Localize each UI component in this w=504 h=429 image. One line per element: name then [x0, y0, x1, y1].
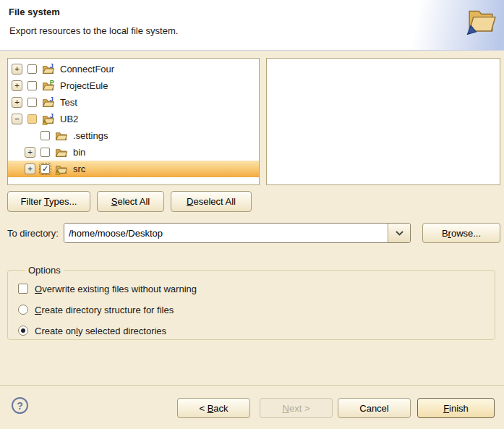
directory-structure-radio[interactable] [18, 305, 28, 315]
wizard-header: File system Export resources to the loca… [0, 0, 504, 51]
browse-button[interactable]: Browse... [422, 223, 500, 243]
tree-item-projecteule[interactable]: + ProjectEule [8, 77, 259, 94]
deselect-all-button[interactable]: Deselect All [171, 191, 252, 212]
tree-item-label: .settings [72, 130, 108, 141]
page-title: File system [9, 7, 60, 17]
destination-input[interactable] [64, 224, 388, 242]
folder-warning-icon [55, 163, 67, 175]
destination-combo [64, 223, 411, 243]
overwrite-checkbox[interactable] [18, 284, 28, 294]
chevron-down-icon[interactable] [388, 224, 410, 242]
help-icon[interactable]: ? [12, 397, 28, 414]
java-project-folder-warning-icon [42, 113, 54, 125]
expand-icon[interactable]: + [12, 64, 22, 75]
selected-directories-radio[interactable] [18, 326, 28, 336]
folder-icon [55, 146, 67, 158]
tree-item-label: Test [59, 97, 77, 108]
expand-icon[interactable]: + [12, 80, 22, 91]
next-button[interactable]: Next > [260, 398, 333, 418]
expand-icon[interactable]: + [12, 97, 22, 108]
tree-item-test[interactable]: + Test [8, 94, 259, 111]
folder-icon [55, 129, 67, 142]
tree-item-label: bin [72, 147, 85, 158]
tree-item-connectfour[interactable]: + ConnectFour [8, 61, 259, 77]
page-description: Export resources to the local file syste… [9, 25, 178, 36]
option-directory-structure[interactable]: Create directory structure for files [18, 302, 495, 317]
option-label: Create directory structure for files [35, 305, 174, 315]
to-directory-label: To directory: [7, 228, 59, 239]
tree-item-src[interactable]: + ✓ src [8, 161, 259, 177]
checkbox-test[interactable] [27, 98, 37, 107]
filter-types-button[interactable]: Filter Types... [7, 191, 90, 212]
tree-item-label: src [72, 163, 85, 174]
cancel-button[interactable]: Cancel [338, 398, 411, 418]
back-button[interactable]: < Back [177, 398, 250, 418]
export-wizard-dialog: File system Export resources to the loca… [0, 0, 504, 429]
checkbox-ub2[interactable] [27, 114, 37, 124]
checkbox-settings[interactable] [40, 131, 50, 140]
tree-item-label: ConnectFour [59, 64, 114, 75]
select-all-button[interactable]: Select All [97, 191, 164, 212]
checkbox-bin[interactable] [40, 148, 50, 157]
file-list-panel[interactable] [266, 58, 500, 185]
project-folder-p-icon [42, 80, 54, 92]
tree-item-bin[interactable]: + bin [8, 144, 259, 161]
finish-button[interactable]: Finish [417, 398, 495, 418]
tree-item-ub2[interactable]: − UB2 [8, 111, 259, 127]
java-project-folder-icon [42, 96, 54, 109]
checkbox-src[interactable]: ✓ [40, 164, 50, 174]
options-group: Options Overwrite existing files without… [7, 265, 495, 340]
option-selected-directories[interactable]: Create only selected directories [18, 323, 495, 338]
checkbox-connectfour[interactable] [27, 64, 37, 74]
option-overwrite[interactable]: Overwrite existing files without warning [18, 281, 495, 296]
expand-icon[interactable]: + [25, 163, 35, 174]
options-legend: Options [25, 265, 64, 276]
tree-item-label: ProjectEule [59, 80, 108, 91]
resource-tree: + ConnectFour + ProjectEule + Test − UB2 [7, 58, 260, 185]
option-label: Create only selected directories [35, 326, 166, 336]
tree-item-label: UB2 [59, 114, 78, 124]
tree-item-settings[interactable]: .settings [8, 127, 259, 144]
footer-separator [0, 385, 504, 386]
checkbox-projecteule[interactable] [27, 81, 37, 90]
expand-icon[interactable]: + [25, 147, 35, 158]
collapse-icon[interactable]: − [12, 114, 22, 124]
option-label: Overwrite existing files without warning [35, 284, 197, 294]
java-project-folder-icon [42, 63, 54, 75]
export-folder-icon [464, 4, 497, 35]
